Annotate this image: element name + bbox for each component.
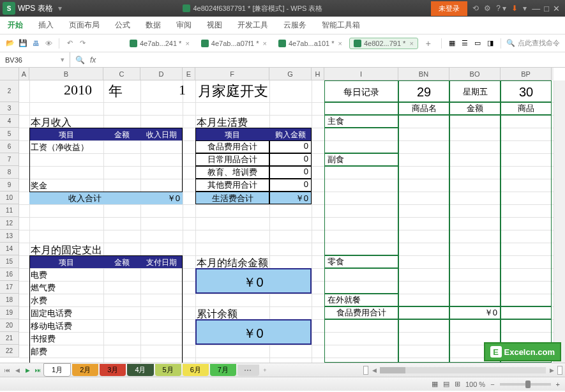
- col-BN[interactable]: BN: [398, 68, 449, 80]
- add-sheet-button[interactable]: +: [260, 367, 269, 373]
- col-BO[interactable]: BO: [449, 68, 501, 80]
- row-10[interactable]: 10: [0, 192, 19, 204]
- new-tab-button[interactable]: +: [421, 37, 436, 50]
- close-button[interactable]: ✕: [553, 4, 560, 13]
- col-H[interactable]: H: [312, 68, 324, 80]
- minimize-button[interactable]: —: [532, 4, 540, 13]
- row-20[interactable]: 20: [0, 319, 19, 332]
- row-21[interactable]: 21: [0, 332, 19, 345]
- maximize-button[interactable]: □: [544, 4, 549, 13]
- row-16[interactable]: 16: [0, 268, 19, 281]
- save-icon[interactable]: 💾: [18, 38, 28, 49]
- cell-reference[interactable]: BV36 ▾: [0, 52, 70, 67]
- zoom-in-icon[interactable]: +: [556, 381, 560, 388]
- menu-page-layout[interactable]: 页面布局: [69, 20, 100, 31]
- grid-body[interactable]: 2010 年 1 月家庭开支 每日记录 29 星期五 30 商品名 金额 商品 …: [19, 80, 554, 363]
- sheet-area[interactable]: A B C D E F G H I BN BO BP 2 3 4 5 6 7 8…: [0, 68, 565, 363]
- col-BP[interactable]: BP: [501, 68, 552, 80]
- col-C[interactable]: C: [103, 68, 140, 80]
- window-icon[interactable]: ▭: [472, 38, 483, 49]
- sync-icon[interactable]: ⟲: [472, 4, 479, 13]
- split-handle-right[interactable]: [557, 366, 562, 375]
- search-command[interactable]: 🔍 点此查找命令: [506, 38, 560, 48]
- open-icon[interactable]: 📂: [5, 38, 15, 49]
- row-15[interactable]: 15: [0, 255, 19, 268]
- menu-view[interactable]: 视图: [207, 20, 222, 31]
- panel-icon[interactable]: ◨: [485, 38, 495, 49]
- app-menu-dropdown-icon[interactable]: ▾: [58, 4, 62, 13]
- sheet-tab-2[interactable]: 2月: [72, 364, 98, 376]
- row-13[interactable]: 13: [0, 230, 19, 243]
- sheet-tab-7[interactable]: 7月: [210, 364, 236, 376]
- close-icon[interactable]: ×: [338, 40, 342, 47]
- row-5[interactable]: 5: [0, 128, 19, 140]
- download-icon[interactable]: ⬇: [511, 4, 518, 13]
- menu-review[interactable]: 审阅: [176, 20, 192, 31]
- menu-data[interactable]: 数据: [146, 20, 161, 31]
- zoom-out-icon[interactable]: −: [490, 381, 494, 388]
- menu-cloud[interactable]: 云服务: [283, 20, 306, 31]
- doc-tab-3[interactable]: 4e7ab...a101 *×: [274, 38, 347, 49]
- doc-tab-4[interactable]: 4e802...791 *×: [349, 38, 418, 49]
- row-4[interactable]: 4: [0, 115, 19, 128]
- menu-insert[interactable]: 插入: [38, 20, 54, 31]
- menu-formula[interactable]: 公式: [115, 20, 130, 31]
- row-8[interactable]: 8: [0, 166, 19, 179]
- doc-tab-1[interactable]: 4e7ab...241 *×: [125, 38, 194, 49]
- doc-tab-2[interactable]: 4e7ab...a07f1 *×: [197, 38, 271, 49]
- row-14[interactable]: 14: [0, 243, 19, 255]
- col-B[interactable]: B: [29, 68, 103, 80]
- row-9[interactable]: 9: [0, 179, 19, 192]
- row-17[interactable]: 17: [0, 281, 19, 294]
- col-E[interactable]: E: [183, 68, 195, 80]
- row-18[interactable]: 18: [0, 294, 19, 306]
- list-icon[interactable]: ☰: [460, 38, 470, 49]
- zoom-value[interactable]: 100 %: [465, 381, 485, 388]
- col-G[interactable]: G: [269, 68, 312, 80]
- close-icon[interactable]: ×: [262, 40, 266, 47]
- menu-dev[interactable]: 开发工具: [237, 20, 268, 31]
- tab-prev-icon[interactable]: ◀: [13, 367, 22, 373]
- grid-icon[interactable]: ▦: [447, 38, 457, 49]
- help-icon[interactable]: ? ▾: [496, 4, 506, 13]
- close-icon[interactable]: ×: [409, 40, 413, 47]
- menu-start[interactable]: 开始: [8, 20, 23, 31]
- row-3[interactable]: 3: [0, 102, 19, 115]
- col-I[interactable]: I: [324, 68, 398, 80]
- view-normal-icon[interactable]: ▦: [432, 380, 438, 388]
- sheet-tab-5[interactable]: 5月: [155, 364, 181, 376]
- row-7[interactable]: 7: [0, 153, 19, 166]
- row-6[interactable]: 6: [0, 140, 19, 153]
- row-22[interactable]: 22: [0, 345, 19, 358]
- sheet-tab-1[interactable]: 1月: [43, 363, 71, 377]
- view-page-icon[interactable]: ▤: [443, 380, 449, 388]
- menu-smart[interactable]: 智能工具箱: [322, 20, 360, 31]
- view-break-icon[interactable]: ⊞: [455, 380, 460, 388]
- tab-last-icon[interactable]: ⏭: [33, 367, 42, 373]
- zoom-slider[interactable]: [500, 383, 551, 386]
- row-12[interactable]: 12: [0, 217, 19, 230]
- col-D[interactable]: D: [140, 68, 183, 80]
- login-button[interactable]: 未登录: [431, 1, 467, 16]
- col-F[interactable]: F: [195, 68, 269, 80]
- dropdown-icon[interactable]: ▾: [523, 4, 527, 13]
- settings-icon[interactable]: ⚙: [484, 4, 491, 13]
- row-19[interactable]: 19: [0, 306, 19, 319]
- hscroll-right-icon[interactable]: ▶: [547, 367, 556, 373]
- row-11[interactable]: 11: [0, 204, 19, 217]
- tab-first-icon[interactable]: ⏮: [3, 367, 11, 373]
- split-handle[interactable]: [363, 366, 368, 375]
- fx-label[interactable]: fx: [90, 56, 96, 64]
- more-tabs-button[interactable]: ⋯: [237, 365, 259, 376]
- tab-next-icon[interactable]: ▶: [23, 367, 32, 373]
- preview-icon[interactable]: 👁: [43, 38, 54, 49]
- vertical-scrollbar[interactable]: [554, 80, 565, 363]
- col-A[interactable]: A: [19, 68, 29, 80]
- select-all-corner[interactable]: [0, 68, 19, 80]
- horizontal-scrollbar[interactable]: [380, 367, 546, 373]
- print-icon[interactable]: 🖶: [31, 38, 41, 49]
- sheet-tab-6[interactable]: 6月: [183, 364, 209, 376]
- row-2[interactable]: 2: [0, 80, 19, 102]
- sheet-tab-4[interactable]: 4月: [127, 364, 153, 376]
- close-icon[interactable]: ×: [185, 40, 189, 47]
